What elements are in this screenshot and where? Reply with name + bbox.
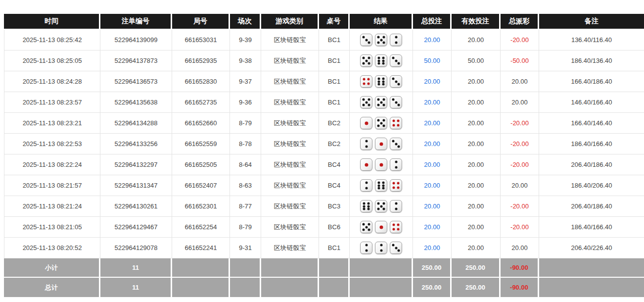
- subtotal-empty-session: [230, 258, 261, 278]
- die-face-3: [390, 54, 402, 67]
- cell-valid-bet: 20.00: [452, 196, 501, 217]
- header-round-no: 局号: [172, 14, 230, 30]
- cell-result: [350, 217, 413, 238]
- cell-round-no: 661652254: [172, 217, 230, 238]
- dice-result: [350, 242, 413, 254]
- cell-result: [350, 30, 413, 50]
- cell-game-type: 区块链骰宝: [261, 30, 319, 50]
- cell-round-no: 661652301: [172, 196, 230, 217]
- cell-valid-bet: 20.00: [452, 30, 501, 50]
- cell-valid-bet: 20.00: [452, 154, 501, 175]
- table-row: 2025-11-13 08:22:24 522964132297 6616525…: [4, 154, 644, 175]
- header-result: 结果: [350, 14, 413, 30]
- cell-session: 8-79: [230, 113, 261, 134]
- cell-session: 9-31: [230, 238, 261, 258]
- table-body: 2025-11-13 08:25:42 522964139099 6616530…: [4, 30, 644, 258]
- cell-total-bet: 20.00: [413, 175, 452, 196]
- cell-result: [350, 71, 413, 92]
- cell-total-bet: 50.00: [413, 50, 452, 71]
- dice-result: [350, 75, 413, 88]
- cell-bet-id: 522964132297: [100, 154, 172, 175]
- die-face-1: [375, 158, 387, 171]
- cell-session: 8-79: [230, 217, 261, 238]
- table-row: 2025-11-13 08:21:24 522964130261 6616523…: [4, 196, 644, 217]
- die-face-5: [360, 54, 372, 67]
- cell-session: 9-39: [230, 30, 261, 50]
- cell-round-no: 661652735: [172, 92, 230, 113]
- cell-remark: 206.40/226.40: [539, 238, 644, 258]
- cell-result: [350, 196, 413, 217]
- cell-round-no: 661652830: [172, 71, 230, 92]
- cell-result: [350, 134, 413, 154]
- dice-result: [350, 54, 413, 67]
- cell-session: 9-36: [230, 92, 261, 113]
- total-label: 总计: [4, 278, 100, 297]
- die-face-5: [360, 96, 372, 108]
- cell-time: 2025-11-13 08:20:52: [4, 238, 100, 258]
- cell-time: 2025-11-13 08:25:05: [4, 50, 100, 71]
- header-payout: 总派彩: [501, 14, 539, 30]
- cell-time: 2025-11-13 08:24:28: [4, 71, 100, 92]
- cell-total-bet: 20.00: [413, 154, 452, 175]
- total-empty-round: [172, 278, 230, 297]
- header-total-bet: 总投注: [413, 14, 452, 30]
- dice-result: [350, 96, 413, 108]
- die-face-5: [375, 200, 387, 212]
- die-face-2: [360, 138, 372, 150]
- table-row: 2025-11-13 08:23:57 522964135638 6616527…: [4, 92, 644, 113]
- cell-table-no: BC4: [319, 154, 350, 175]
- header-session: 场次: [230, 14, 261, 30]
- cell-game-type: 区块链骰宝: [261, 196, 319, 217]
- cell-round-no: 661652935: [172, 50, 230, 71]
- header-time: 时间: [4, 14, 100, 30]
- cell-bet-id: 522964134288: [100, 113, 172, 134]
- dice-result: [350, 138, 413, 150]
- cell-table-no: BC1: [319, 92, 350, 113]
- subtotal-count: 11: [100, 258, 172, 278]
- cell-session: 8-64: [230, 154, 261, 175]
- cell-round-no: 661652241: [172, 238, 230, 258]
- cell-round-no: 661652505: [172, 154, 230, 175]
- cell-remark: 146.40/166.40: [539, 92, 644, 113]
- total-empty-session: [230, 278, 261, 297]
- die-face-5: [375, 34, 387, 46]
- cell-valid-bet: 20.00: [452, 238, 501, 258]
- die-face-2: [390, 200, 402, 212]
- die-face-3: [390, 242, 402, 254]
- subtotal-label: 小计: [4, 258, 100, 278]
- die-face-3: [390, 138, 402, 150]
- header-valid-bet: 有效投注: [452, 14, 501, 30]
- die-face-2: [390, 158, 402, 171]
- cell-time: 2025-11-13 08:22:24: [4, 154, 100, 175]
- table-row: 2025-11-13 08:21:57 522964131347 6616524…: [4, 175, 644, 196]
- cell-remark: 206.40/186.40: [539, 154, 644, 175]
- cell-payout: 20.00: [501, 175, 539, 196]
- dice-result: [350, 179, 413, 192]
- cell-total-bet: 20.00: [413, 92, 452, 113]
- cell-remark: 136.40/116.40: [539, 30, 644, 50]
- header-remark: 备注: [539, 14, 644, 30]
- die-face-2: [360, 242, 372, 254]
- cell-bet-id: 522964136573: [100, 71, 172, 92]
- dice-result: [350, 200, 413, 212]
- cell-round-no: 661652407: [172, 175, 230, 196]
- die-face-1: [375, 138, 387, 150]
- cell-payout: 20.00: [501, 238, 539, 258]
- cell-round-no: 661652660: [172, 113, 230, 134]
- cell-time: 2025-11-13 08:21:57: [4, 175, 100, 196]
- cell-bet-id: 522964130261: [100, 196, 172, 217]
- die-face-4: [390, 117, 402, 129]
- die-face-3: [360, 34, 372, 46]
- die-face-1: [375, 221, 387, 233]
- total-payout: -90.00: [501, 278, 539, 297]
- die-face-3: [390, 75, 402, 88]
- header-game-type: 游戏类别: [261, 14, 319, 30]
- dice-result: [350, 221, 413, 233]
- cell-total-bet: 20.00: [413, 196, 452, 217]
- table-row: 2025-11-13 08:23:21 522964134288 6616526…: [4, 113, 644, 134]
- table-row: 2025-11-13 08:25:42 522964139099 6616530…: [4, 30, 644, 50]
- subtotal-empty-remark: [539, 258, 644, 278]
- die-face-6: [375, 54, 387, 67]
- cell-total-bet: 20.00: [413, 134, 452, 154]
- subtotal-empty-result: [350, 258, 413, 278]
